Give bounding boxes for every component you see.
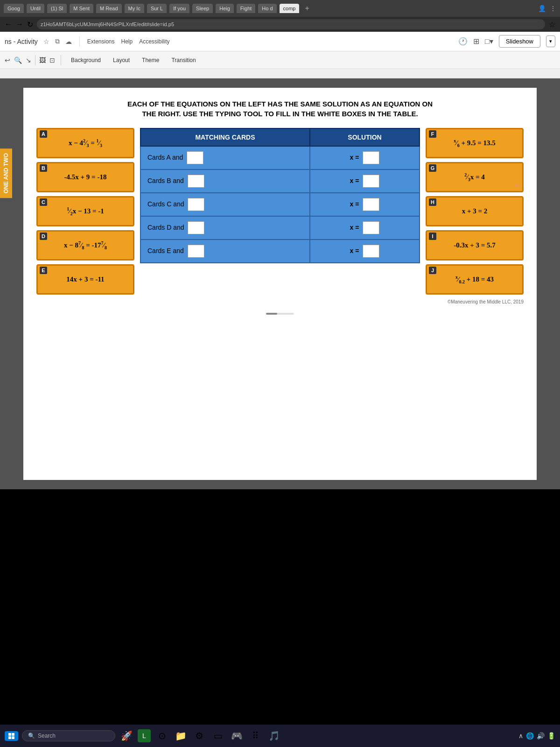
taskbar-folder-icon[interactable]: 📁	[173, 728, 188, 743]
eq-card-d[interactable]: x − 87⁄8 = -177⁄8	[36, 230, 134, 261]
right-equations: x⁄6 + 9.5 = 13.5 2⁄3x = 4 ✄ x + 3 = 2	[426, 128, 524, 295]
copy-icon[interactable]: ⧉	[55, 37, 60, 45]
network-icon: 🌐	[526, 732, 534, 740]
eq-card-b[interactable]: -4.5x + 9 = -18	[36, 162, 134, 192]
tab-ifyou[interactable]: If you	[169, 4, 189, 13]
tab-fight[interactable]: Fight	[237, 4, 255, 13]
search-label: Search	[38, 733, 56, 739]
cards-a-cell[interactable]: Cards A and	[140, 146, 310, 169]
address-input[interactable]	[37, 19, 545, 29]
layout-button[interactable]: Layout	[109, 55, 134, 65]
back-icon[interactable]: ←	[5, 20, 12, 28]
tab-surl[interactable]: Sur L	[147, 4, 167, 13]
card-b-input-box[interactable]	[188, 175, 204, 188]
taskbar-grid-icon[interactable]: ⠿	[248, 728, 263, 743]
transition-button[interactable]: Transition	[167, 55, 200, 65]
taskbar-search[interactable]: 🔍 Search	[22, 730, 115, 741]
eq-card-a[interactable]: x − 42⁄3 = 1⁄3	[36, 128, 134, 158]
tab-goog[interactable]: Goog	[4, 4, 24, 13]
tab-until[interactable]: Until	[27, 4, 44, 13]
search-icon: 🔍	[28, 733, 35, 739]
solution-d-cell[interactable]: x =	[310, 216, 420, 240]
slide-canvas[interactable]: EACH OF THE EQUATIONS ON THE LEFT HAS TH…	[23, 88, 537, 480]
theme-button[interactable]: Theme	[138, 55, 163, 65]
grid-icon[interactable]: ⊞	[473, 37, 479, 46]
eq-card-e[interactable]: 14x + 3 = -11	[36, 264, 134, 295]
cards-d-cell[interactable]: Cards D and	[140, 216, 310, 240]
textbox-icon[interactable]: ⊡	[49, 56, 55, 64]
card-a-input-box[interactable]	[187, 151, 203, 164]
menu-extensions[interactable]: Extensions	[87, 38, 115, 45]
solution-e-cell[interactable]: x =	[310, 240, 420, 263]
eq-card-h[interactable]: x + 3 = 2	[426, 196, 524, 226]
taskbar-gear-icon[interactable]: ⚙	[192, 728, 207, 743]
tab-msent[interactable]: M Sent	[70, 4, 93, 13]
settings-icon[interactable]: ⋮	[550, 5, 556, 12]
solution-c-input-box[interactable]	[363, 198, 379, 211]
tab-comp[interactable]: comp	[280, 4, 300, 13]
tab-heig[interactable]: Heig	[216, 4, 234, 13]
arrow-icon[interactable]: ↘	[26, 56, 31, 64]
solution-b-input-box[interactable]	[363, 175, 379, 188]
solution-d-input-box[interactable]	[363, 221, 379, 234]
eq-text-f: x⁄6 + 9.5 = 13.5	[454, 138, 496, 148]
tab-hod[interactable]: Ho d	[258, 4, 276, 13]
eq-text-i: -0.3x + 3 = 5.7	[454, 241, 496, 249]
ruler: // Ruler marks rendered inline below	[0, 69, 560, 78]
eq-card-g[interactable]: 2⁄3x = 4 ✄	[426, 162, 524, 192]
eq-card-f[interactable]: x⁄6 + 9.5 = 13.5	[426, 128, 524, 158]
undo-icon[interactable]: ↩	[5, 56, 10, 64]
app-title: ns - Activity	[5, 38, 38, 45]
tab-mread[interactable]: M Read	[96, 4, 122, 13]
slideshow-button[interactable]: Slideshow	[499, 35, 540, 48]
forward-icon[interactable]: →	[16, 20, 23, 28]
zoom-icon[interactable]: 🔍	[14, 56, 22, 64]
chevron-up-icon[interactable]: ∧	[518, 732, 523, 740]
solution-b-cell[interactable]: x =	[310, 169, 420, 193]
matching-table: MATCHING CARDS SOLUTION Cards A and x =	[140, 128, 420, 263]
star-icon[interactable]: ☆	[43, 38, 49, 45]
bookmark-icon[interactable]: ☆	[549, 20, 555, 29]
add-tab-button[interactable]: +	[302, 4, 312, 13]
background-button[interactable]: Background	[67, 55, 105, 65]
taskbar-music-icon[interactable]: 🎵	[266, 728, 281, 743]
taskbar-game-icon[interactable]: 🎮	[229, 728, 244, 743]
tab-myic[interactable]: My Ic	[125, 4, 144, 13]
format-toolbar: ↩ 🔍 ↘ 🖼 ⊡ Background Layout Theme Transi…	[0, 51, 560, 69]
tab-sleep[interactable]: Sleep	[192, 4, 213, 13]
eq-card-i[interactable]: -0.3x + 3 = 5.7	[426, 230, 524, 261]
windows-start-button[interactable]	[5, 731, 18, 741]
taskbar-screen-icon[interactable]: ▭	[210, 728, 225, 743]
eq-card-j[interactable]: x⁄0.2 + 18 = 43	[426, 264, 524, 295]
tab-1sl[interactable]: (1) Sl	[47, 4, 67, 13]
slideshow-dropdown-button[interactable]: ▾	[546, 35, 555, 47]
menu-accessibility[interactable]: Accessibility	[139, 38, 169, 45]
col-matching-header: MATCHING CARDS	[140, 128, 310, 146]
taskbar: 🔍 Search 🚀 L ⊙ 📁 ⚙ ▭ 🎮 ⠿ 🎵 ∧ 🌐 🔊 🔋	[0, 725, 560, 747]
screen-icon[interactable]: □▾	[485, 37, 493, 46]
reload-icon[interactable]: ↻	[27, 20, 33, 29]
solution-a-cell[interactable]: x =	[310, 146, 420, 169]
eq-card-c[interactable]: 1⁄2x − 13 = -1	[36, 196, 134, 226]
eq-text-g: 2⁄3x = 4	[464, 172, 485, 182]
image-icon[interactable]: 🖼	[39, 56, 46, 64]
taskbar-browser-icon[interactable]: 🚀	[119, 728, 134, 743]
card-e-input-box[interactable]	[188, 245, 204, 258]
table-row: Cards B and x =	[140, 169, 420, 193]
solution-a-input-box[interactable]	[363, 151, 379, 164]
eq-text-d: x − 87⁄8 = -177⁄8	[64, 240, 107, 250]
cards-e-cell[interactable]: Cards E and	[140, 240, 310, 263]
solution-e-input-box[interactable]	[363, 245, 379, 258]
speaker-icon[interactable]: 🔊	[537, 732, 545, 740]
card-d-input-box[interactable]	[188, 221, 204, 234]
cards-c-cell[interactable]: Cards C and	[140, 193, 310, 216]
taskbar-l-icon[interactable]: L	[138, 729, 151, 742]
menu-help[interactable]: Help	[121, 38, 133, 45]
card-c-input-box[interactable]	[188, 198, 204, 211]
col-solution-header: SOLUTION	[310, 128, 420, 146]
solution-c-cell[interactable]: x =	[310, 193, 420, 216]
taskbar-circle-icon[interactable]: ⊙	[154, 728, 169, 743]
cards-b-cell[interactable]: Cards B and	[140, 169, 310, 193]
table-row: Cards D and x =	[140, 216, 420, 240]
cloud-icon[interactable]: ☁	[65, 38, 72, 45]
